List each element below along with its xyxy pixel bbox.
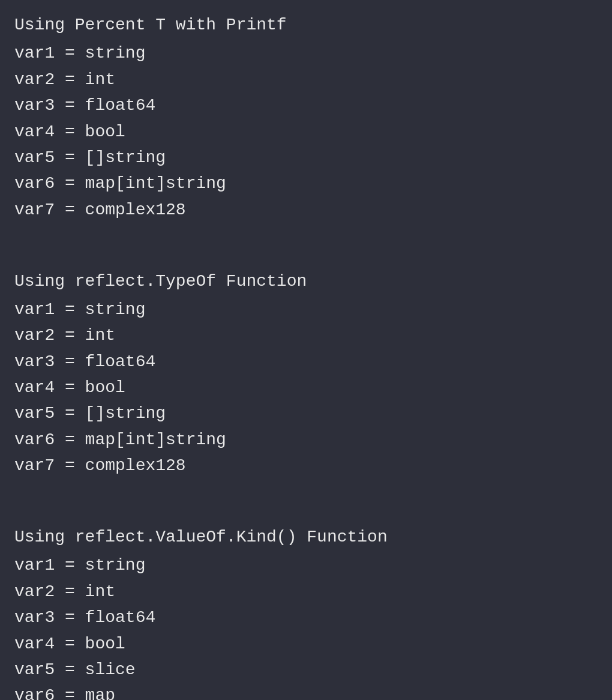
content-area: Using Percent T with Printfvar1 = string… [14, 12, 598, 700]
output-line: var2 = int [14, 322, 598, 348]
typeof-section: Using reflect.TypeOf Functionvar1 = stri… [14, 268, 598, 479]
output-line: var1 = string [14, 40, 598, 66]
output-line: var4 = bool [14, 375, 598, 400]
output-line: var2 = int [14, 67, 598, 92]
printf-section: Using Percent T with Printfvar1 = string… [14, 12, 598, 223]
output-line: var5 = []string [14, 145, 598, 170]
output-line: var4 = bool [14, 631, 598, 657]
blank-line [14, 498, 598, 524]
output-line: var5 = []string [14, 400, 598, 426]
output-line: var6 = map [14, 683, 598, 700]
output-line: var2 = int [14, 579, 598, 605]
output-line: var3 = float64 [14, 605, 598, 630]
output-line: var5 = slice [14, 657, 598, 683]
section-title: Using reflect.TypeOf Function [14, 268, 598, 294]
output-line: var3 = float64 [14, 92, 598, 118]
output-line: var1 = string [14, 552, 598, 578]
output-line: var4 = bool [14, 119, 598, 145]
valueof-section: Using reflect.ValueOf.Kind() Functionvar… [14, 524, 598, 700]
output-line: var7 = complex128 [14, 197, 598, 223]
output-line: var6 = map[int]string [14, 170, 598, 196]
output-line: var3 = float64 [14, 349, 598, 375]
blank-line [14, 242, 598, 268]
section-title: Using reflect.ValueOf.Kind() Function [14, 524, 598, 550]
output-line: var6 = map[int]string [14, 427, 598, 453]
section-title: Using Percent T with Printf [14, 12, 598, 38]
output-line: var7 = complex128 [14, 453, 598, 478]
output-line: var1 = string [14, 297, 598, 322]
